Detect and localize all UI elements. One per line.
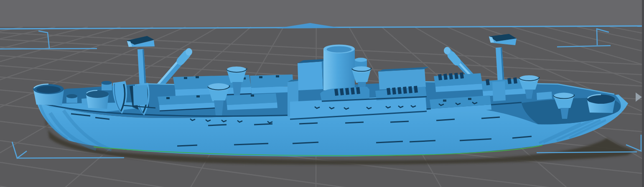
stern-box <box>537 92 552 100</box>
background-upper <box>0 0 644 27</box>
3d-viewport[interactable] <box>0 0 644 187</box>
aft-hatch-1 <box>434 72 483 92</box>
aft-mast-base <box>492 81 506 101</box>
stern-gun-tub <box>587 95 616 113</box>
winch-tub <box>86 90 109 109</box>
bow-gun-tub <box>33 84 64 105</box>
mast-base-house <box>133 85 148 105</box>
fore-hatch-2 <box>158 94 216 111</box>
right-panel-strip <box>642 0 644 187</box>
davit-post <box>102 81 112 91</box>
expand-panel-arrow-icon[interactable] <box>636 92 642 102</box>
aft-deckhouse-block <box>378 67 429 90</box>
funnel <box>323 49 355 90</box>
fore-hatch-4 <box>226 93 277 110</box>
fore-hatch-3 <box>250 74 294 94</box>
bow-capstan <box>66 94 77 103</box>
